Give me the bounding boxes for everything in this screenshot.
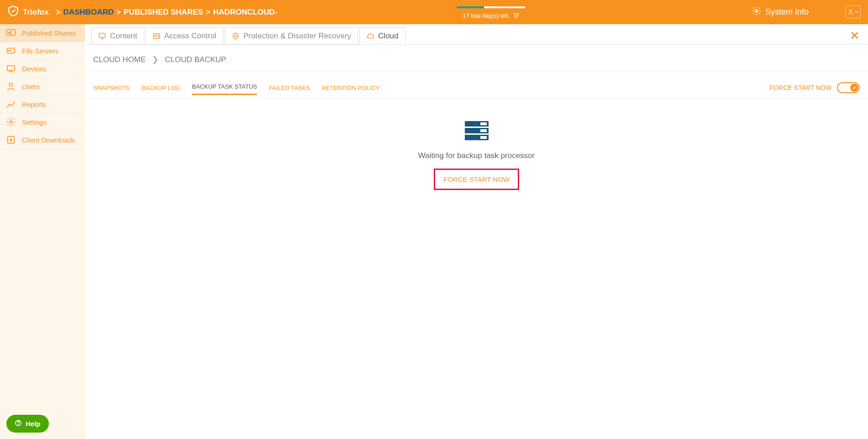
sidebar-item-reports[interactable]: Reports [0,95,85,113]
svg-point-15 [155,35,156,36]
user-icon [847,9,854,15]
svg-point-7 [9,50,10,51]
svg-rect-14 [153,33,160,38]
tab-label: Content [110,32,137,41]
chevron-right-icon: ❯ [152,55,158,64]
sidebar-item-label: Reports [22,100,46,108]
help-label: Help [26,420,41,428]
cloud-icon [366,32,374,40]
svg-point-5 [9,32,10,34]
svg-point-2 [755,10,758,12]
tab-cloud[interactable]: Cloud [359,27,405,44]
svg-rect-19 [480,129,487,132]
id-card-icon [153,32,161,40]
chevron-down-icon [855,10,858,14]
subtabs-row: SNAPSHOTS BACKUP LOG BACKUP TASK STATUS … [85,72,868,98]
crumb-cloud-home[interactable]: CLOUD HOME [93,55,146,64]
sidebar-item-file-servers[interactable]: File Servers [0,42,85,60]
svg-rect-13 [99,33,105,37]
sidebar-item-devices[interactable]: Devices [0,60,85,78]
subtab-backup-log[interactable]: BACKUP LOG [142,82,180,94]
user-menu-button[interactable] [845,5,861,18]
server-icon [5,46,16,56]
breadcrumb-sep: > [206,8,210,17]
help-button[interactable]: Help [6,415,49,433]
tab-label: Protection & Disaster Recovery [243,32,351,41]
crumb-cloud-backup[interactable]: CLOUD BACKUP [165,55,226,64]
page-breadcrumb: CLOUD HOME ❯ CLOUD BACKUP [85,45,868,72]
gear-icon [5,117,16,127]
tab-content[interactable]: Content [91,27,144,44]
backup-enable-toggle[interactable] [837,82,860,93]
tab-label: Access Control [164,32,216,41]
system-info-label: System Info [765,7,809,17]
svg-point-3 [850,10,852,12]
svg-point-8 [10,50,11,51]
close-icon[interactable]: ✕ [850,29,860,43]
share-icon [5,28,16,38]
svg-rect-17 [480,122,487,125]
subtab-snapshots[interactable]: SNAPSHOTS [93,82,130,94]
download-icon [5,135,16,145]
device-icon [5,63,16,74]
trial-progress-bar [457,6,525,8]
waiting-message: Waiting for backup task processor [85,151,868,160]
gear-icon [752,6,762,18]
trial-indicator[interactable]: 17 trial day(s) left. [457,0,525,24]
top-bar: Triofox > DASHBOARD > PUBLISHED SHARES >… [0,0,868,24]
toggle-knob [850,84,858,92]
cart-icon[interactable] [513,12,519,20]
sidebar: Published Shares File Servers Devices Us… [0,24,85,439]
force-start-now-link[interactable]: FORCE START NOW [770,84,831,91]
system-info-button[interactable]: System Info [752,0,809,24]
shield-icon [231,32,240,40]
breadcrumb-published-shares[interactable]: PUBLISHED SHARES [124,8,203,17]
sidebar-item-label: Devices [22,65,46,73]
subtab-failed-tasks[interactable]: FAILED TASKS [269,82,310,94]
help-icon [15,419,22,428]
tab-protection-dr[interactable]: Protection & Disaster Recovery [225,27,358,44]
svg-point-10 [9,83,12,86]
sidebar-item-published-shares[interactable]: Published Shares [0,24,85,42]
server-stack-icon [463,120,490,143]
sidebar-item-client-downloads[interactable]: Client Downloads [0,131,85,149]
triofox-logo-icon [7,5,19,19]
subtab-backup-task-status[interactable]: BACKUP TASK STATUS [192,80,257,95]
force-start-now-button[interactable]: FORCE START NOW [434,169,519,190]
breadcrumb-dashboard[interactable]: DASHBOARD [63,8,114,17]
breadcrumb-hadroncloud[interactable]: HADRONCLOUD- [213,8,278,17]
report-icon [5,99,16,109]
svg-rect-9 [7,66,15,71]
check-icon [852,85,857,90]
subtab-retention-policy[interactable]: RETENTION POLICY [322,82,379,94]
svg-point-11 [10,121,12,123]
brand-label[interactable]: Triofox [23,8,49,17]
svg-point-1 [517,17,518,18]
svg-point-23 [18,424,18,425]
sidebar-item-users[interactable]: Users [0,78,85,95]
tab-label: Cloud [378,32,398,41]
tab-access-control[interactable]: Access Control [146,27,223,44]
user-icon [5,81,16,91]
backup-status-panel: Waiting for backup task processor FORCE … [85,98,868,190]
breadcrumb-sep: > [56,8,61,17]
svg-rect-21 [480,136,487,139]
trial-days-label: 17 trial day(s) left. [463,12,510,19]
main-panel: Content Access Control Protection & Disa… [85,24,868,439]
svg-rect-4 [7,30,15,36]
sidebar-item-label: Published Shares [22,29,76,37]
sidebar-item-label: Client Downloads [22,136,75,144]
sidebar-item-label: File Servers [22,47,58,55]
monitor-icon [98,32,106,40]
sidebar-item-label: Users [22,83,40,90]
tabs-row: Content Access Control Protection & Disa… [85,24,868,45]
sidebar-item-settings[interactable]: Settings [0,113,85,131]
svg-point-0 [515,17,516,18]
breadcrumb-sep: > [116,8,121,17]
sidebar-item-label: Settings [22,118,47,126]
